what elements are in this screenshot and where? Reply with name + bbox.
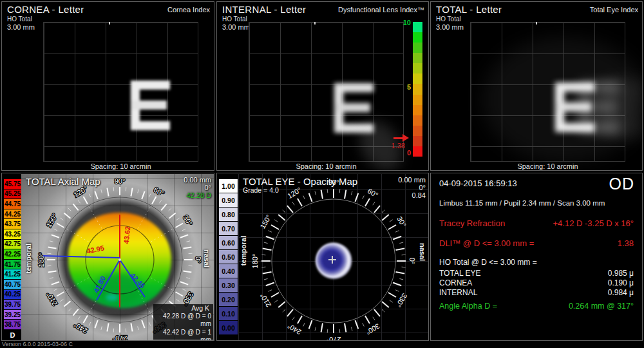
dial-tick <box>339 329 340 333</box>
dial-tick <box>278 302 285 307</box>
letter-grid <box>249 22 404 162</box>
dial-tick <box>374 206 380 213</box>
tracey-refraction-row: Tracey Refraction +4.12 D -3.25 D x 16° <box>439 218 634 228</box>
dial-tick <box>399 278 403 280</box>
dli-scale-segment <box>413 136 422 146</box>
dli-scale-segment <box>413 43 422 53</box>
alpha-value: 0.264 mm @ 317° <box>569 302 634 311</box>
center-plus-marker <box>328 256 336 264</box>
dial-tick <box>327 329 328 333</box>
dial-tick <box>101 189 102 193</box>
dial-tick <box>182 229 185 231</box>
panel-axial-map: 45.7545.2544.7544.2543.7543.2542.7542.25… <box>1 173 214 341</box>
dial-tick <box>345 190 346 199</box>
scale-cell: 39.75 <box>4 300 21 310</box>
tracey-label: Tracey Refraction <box>439 218 505 228</box>
dial-angle-label: 60° <box>366 187 379 199</box>
dial-tick <box>271 225 279 229</box>
dial-tick <box>263 272 272 273</box>
spacing-label: Spacing: 10 arcmin <box>470 162 625 170</box>
dial-tick <box>57 292 64 296</box>
dial-angle-label: 120° <box>286 186 303 200</box>
dial-tick <box>298 316 302 324</box>
dli-scale-segment <box>413 73 422 84</box>
ho-row-total-eye: TOTAL EYE0.985 μ <box>439 269 634 278</box>
dial-tick <box>176 224 183 228</box>
dial-tick <box>261 267 265 267</box>
cornea-index-label: Cornea Index <box>167 6 210 14</box>
dial-tick <box>309 320 312 329</box>
dial-angle-label: 30° <box>182 214 194 227</box>
dial-tick <box>78 316 80 320</box>
dial-angle-label: 240° <box>286 322 303 336</box>
dial-tick <box>264 278 268 280</box>
scale-unit-label: D <box>4 331 21 339</box>
dial-tick <box>287 309 293 316</box>
dial-tick <box>142 191 144 199</box>
dial-tick <box>159 200 161 203</box>
scale-cell: 38.75 <box>4 320 21 330</box>
scale-cell: 44.25 <box>4 209 21 220</box>
scale-cell: 41.75 <box>4 260 21 270</box>
dial-angle-label: 180° <box>37 253 45 267</box>
ho-total-label: HO Total <box>222 15 247 23</box>
dial-tick <box>269 290 272 292</box>
dial-tick <box>176 292 183 296</box>
dial-tick <box>89 322 91 325</box>
zone-label: 3.00 mm <box>7 23 35 31</box>
dli-label: DLI™ @ D <= 3.00 mm = <box>439 238 534 248</box>
dial-angle-label: 210° <box>44 291 59 307</box>
ho-total-label: HO Total <box>7 15 32 23</box>
scale-cell: 0.70 <box>219 222 238 236</box>
scale-cell: 40.25 <box>4 290 21 300</box>
scale-cell: 0.20 <box>219 293 238 307</box>
dial-tick <box>189 266 193 266</box>
dial-tick <box>68 309 71 311</box>
dial-tick <box>382 210 384 213</box>
alpha-label: Angle Alpha D = <box>439 302 497 311</box>
scale-cell: 0.60 <box>219 236 238 250</box>
letter-grid <box>470 22 625 162</box>
flat-meridian-line <box>43 256 120 258</box>
dial-tick <box>396 272 405 273</box>
dial-tick <box>142 320 144 328</box>
dial-tick <box>345 324 346 333</box>
ho-row-cornea: CORNEA0.190 μ <box>439 278 634 287</box>
dial-tick <box>390 220 393 222</box>
angle-alpha-row: Angle Alpha D = 0.264 mm @ 317° <box>439 302 634 311</box>
dial-tick <box>169 213 176 218</box>
dial-angle-label: 270° <box>113 334 128 340</box>
scale-cell: 39.25 <box>4 310 21 320</box>
dial-tick <box>60 218 63 220</box>
dial-tick <box>113 329 114 333</box>
dial-angle-label: 330° <box>395 292 409 309</box>
dli-index-label: Dysfunctional Lens Index™ <box>338 6 424 14</box>
dial-tick <box>382 215 389 220</box>
zone-label: 3.00 mm <box>436 23 464 31</box>
dli-scale-mid: 5 <box>392 83 411 91</box>
dial-tick <box>52 282 59 284</box>
dli-scale-segment <box>413 115 422 126</box>
grid-center-tick <box>314 22 316 24</box>
panel-title: TOTAL - Letter <box>436 4 502 15</box>
dial-angle-label: 150° <box>258 213 272 230</box>
dial-tick <box>54 229 57 231</box>
dli-marker-arrow <box>393 134 413 142</box>
dial-spoke <box>138 207 151 229</box>
dial-tick <box>382 302 389 307</box>
scale-cell: 0.00 <box>219 321 238 335</box>
dial-tick <box>138 189 139 193</box>
dial-tick <box>321 324 323 333</box>
grid-center-tick <box>536 22 537 24</box>
scale-cell: 0.50 <box>219 250 238 264</box>
map-title: TOTAL Axial Map <box>26 176 100 187</box>
scale-cell: 0.80 <box>219 208 238 222</box>
dial-tick <box>373 202 375 205</box>
dial-tick <box>131 324 132 332</box>
dial-tick <box>261 255 265 255</box>
opacity-value: 0.84 <box>398 191 426 199</box>
dial-spoke <box>151 229 173 242</box>
dial-tick <box>107 324 108 332</box>
dial-tick <box>303 196 305 199</box>
dial-tick <box>68 208 71 211</box>
